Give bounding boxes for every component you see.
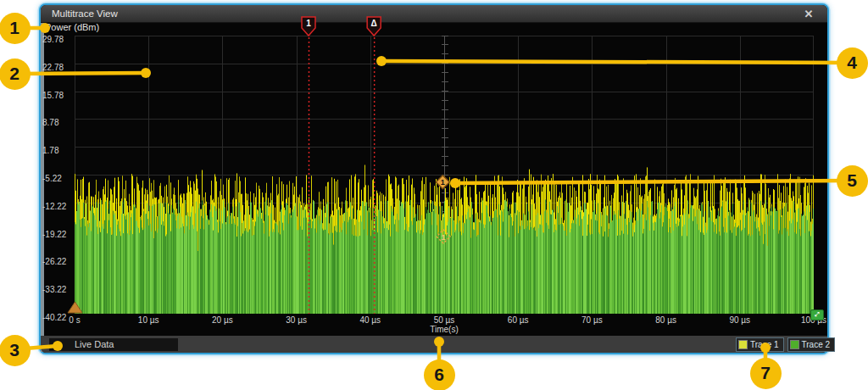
annotated-screenshot-page: Multitrace View ✕ Power (dBm) Time(s) 29…: [0, 0, 868, 390]
x-tick-label: 40 µs: [343, 315, 398, 325]
legend-swatch: [738, 340, 748, 349]
callout-number-1: 1: [0, 13, 31, 44]
window-title: Multitrace View: [52, 8, 118, 19]
legend-label: Trace 1: [750, 340, 779, 349]
legend-swatch: [790, 340, 799, 349]
callout-number-6: 6: [424, 359, 455, 390]
x-tick-label: 30 µs: [270, 315, 324, 325]
x-tick-label: 0 s: [47, 315, 102, 325]
x-axis-title: Time(s): [410, 325, 478, 334]
x-tick-label: 50 µs: [417, 315, 471, 325]
y-tick-label: 22.78: [42, 63, 75, 72]
x-tick-label: 60 µs: [491, 315, 545, 325]
x-tick-label: 20 µs: [195, 315, 249, 325]
y-tick-label: 29.78: [42, 35, 75, 44]
live-data-label: Live Data: [49, 338, 178, 351]
x-tick-label: 90 µs: [713, 315, 767, 325]
trace-legend: Trace 1Trace 2: [736, 337, 835, 352]
x-tick-label: 10 µs: [121, 315, 175, 325]
window-title-bar: Multitrace View ✕: [41, 5, 827, 23]
y-tick-label: -26.22: [42, 257, 75, 266]
legend-label: Trace 2: [802, 340, 831, 349]
y-tick-label: 1.78: [42, 146, 75, 155]
expand-icon[interactable]: ⤢: [810, 309, 824, 320]
svg-text:1: 1: [442, 233, 446, 242]
callout-number-4: 4: [837, 47, 868, 79]
y-tick-label: -19.22: [42, 230, 75, 239]
plot-area[interactable]: 11: [75, 36, 814, 314]
x-tick-label: 70 µs: [565, 315, 619, 325]
legend-item-trace-1[interactable]: Trace 1: [736, 337, 784, 352]
callout-number-7: 7: [750, 358, 782, 389]
y-tick-label: -33.22: [42, 285, 75, 294]
y-tick-label: 15.78: [42, 91, 75, 100]
y-tick-label: -5.22: [42, 174, 75, 183]
callout-number-3: 3: [0, 335, 31, 366]
trace-marker-solid[interactable]: 1: [436, 176, 449, 189]
window-left-edge: [41, 23, 44, 352]
svg-text:1: 1: [441, 178, 445, 187]
y-tick-label: 8.78: [42, 118, 75, 127]
y-tick-label: -12.22: [42, 202, 75, 211]
x-tick-label: 80 µs: [639, 315, 693, 325]
callout-number-2: 2: [0, 58, 31, 90]
close-icon[interactable]: ✕: [800, 5, 817, 23]
legend-item-trace-2[interactable]: Trace 2: [787, 337, 836, 352]
callout-number-5: 5: [837, 165, 868, 197]
y-axis-title: Power (dBm): [45, 22, 99, 32]
